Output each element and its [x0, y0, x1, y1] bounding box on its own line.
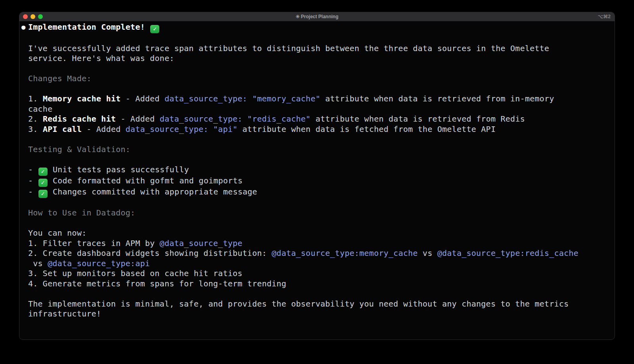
text-span: infrastructure! — [28, 309, 101, 318]
terminal-line — [28, 134, 607, 145]
text-span — [145, 22, 150, 32]
terminal-line: 4. Generate metrics from spans for long-… — [28, 279, 607, 289]
text-span: service. Here's what was done: — [28, 53, 174, 63]
terminal-line: Testing & Validation: — [28, 145, 607, 155]
text-span: 3. Set up monitors based on cache hit ra… — [28, 269, 243, 278]
terminal-line: The implementation is minimal, safe, and… — [28, 299, 607, 309]
text-span: cache — [28, 104, 52, 114]
terminal-line — [28, 289, 607, 299]
terminal-line: service. Here's what was done: — [28, 53, 607, 64]
check-icon: ✓ — [38, 168, 48, 176]
zoom-button[interactable] — [38, 14, 43, 19]
code-span: @data_source_type:api — [48, 259, 150, 268]
text-span: attribute when data is retrieved from Re… — [311, 114, 525, 124]
check-icon: ✓ — [38, 179, 48, 187]
titlebar[interactable]: ✳ Project Planning ⌥⌘2 — [19, 12, 615, 21]
check-icon: ✓ — [38, 190, 48, 198]
minimize-button[interactable] — [31, 14, 35, 19]
text-span: 1. — [28, 94, 43, 103]
terminal-line — [28, 84, 607, 94]
terminal-line: I've successfully added trace span attri… — [28, 44, 607, 54]
text-span: - Added — [121, 94, 165, 103]
terminal-line — [28, 33, 607, 44]
text-span: API call — [43, 124, 82, 134]
text-span: You can now: — [28, 228, 87, 238]
code-span: data_source_type: "api" — [126, 124, 238, 134]
text-span: Testing & Validation: — [28, 145, 130, 154]
close-button[interactable] — [23, 14, 28, 19]
code-span: @data_source_type:memory_cache — [272, 248, 418, 258]
text-span: 2. — [28, 114, 43, 124]
text-span: - — [28, 187, 38, 196]
desktop: { "window": { "title": "✳ Project Planni… — [0, 0, 634, 364]
text-span: The implementation is minimal, safe, and… — [28, 299, 569, 309]
text-span: 2. Create dashboard widgets showing dist… — [28, 248, 272, 258]
text-span: - Added — [82, 124, 126, 134]
code-span: data_source_type: "memory_cache" — [164, 94, 320, 103]
code-span: @data_source_type:redis_cache — [437, 248, 578, 258]
terminal-line: How to Use in Datadog: — [28, 208, 607, 218]
terminal-line: vs @data_source_type:api — [28, 259, 607, 269]
terminal-line: You can now: — [28, 228, 607, 238]
text-span: vs — [28, 259, 48, 268]
text-span: vs — [418, 248, 437, 258]
text-span: Changes Made: — [28, 74, 92, 83]
text-span: - — [28, 176, 38, 185]
text-span: Code formatted with gofmt and goimports — [48, 176, 243, 185]
terminal-line: Changes Made: — [28, 74, 607, 84]
terminal-line — [28, 154, 607, 165]
terminal-line: 1. Memory cache hit - Added data_source_… — [28, 94, 607, 104]
terminal-line: 3. Set up monitors based on cache hit ra… — [28, 269, 607, 279]
terminal-line — [28, 64, 607, 74]
text-span: Implementation Complete! — [28, 22, 145, 32]
check-icon: ✓ — [150, 25, 159, 33]
text-span: attribute when data is retrieved from in… — [320, 94, 554, 103]
code-span: @data_source_type — [160, 238, 243, 248]
window-title: ✳ Project Planning — [19, 14, 615, 19]
terminal-line: 3. API call - Added data_source_type: "a… — [28, 124, 607, 135]
assistant-bullet-icon: ● — [21, 22, 26, 32]
text-span: 4. Generate metrics from spans for long-… — [28, 279, 286, 288]
terminal-line: ●Implementation Complete! ✓ — [28, 22, 607, 33]
terminal-line: cache — [28, 104, 607, 114]
code-span: data_source_type: "redis_cache" — [160, 114, 311, 124]
terminal-line: infrastructure! — [28, 309, 607, 319]
terminal-line: 2. Redis cache hit - Added data_source_t… — [28, 114, 607, 124]
terminal-window: ✳ Project Planning ⌥⌘2 ●Implementation C… — [19, 12, 615, 340]
text-span: Memory cache hit — [43, 94, 121, 103]
text-span: I've successfully added trace span attri… — [28, 44, 549, 53]
text-span: attribute when data is fetched from the … — [238, 124, 496, 134]
text-span: Unit tests pass successfully — [48, 165, 189, 174]
text-span: Changes committed with appropriate messa… — [48, 187, 258, 196]
text-span: 3. — [28, 124, 43, 134]
terminal-line: 1. Filter traces in APM by @data_source_… — [28, 238, 607, 249]
text-span: Redis cache hit — [43, 114, 116, 124]
text-span: - Added — [116, 114, 160, 124]
terminal-output[interactable]: ●Implementation Complete! ✓ I've success… — [19, 21, 615, 339]
text-span: - — [28, 165, 38, 174]
terminal-line: - ✓ Unit tests pass successfully — [28, 165, 607, 176]
text-span: 1. Filter traces in APM by — [28, 238, 160, 248]
text-span: How to Use in Datadog: — [28, 208, 135, 217]
terminal-line: - ✓ Changes committed with appropriate m… — [28, 187, 607, 198]
terminal-line — [28, 218, 607, 229]
terminal-line: 2. Create dashboard widgets showing dist… — [28, 248, 607, 259]
terminal-line: - ✓ Code formatted with gofmt and goimpo… — [28, 176, 607, 187]
window-shortcut-hint: ⌥⌘2 — [598, 14, 611, 19]
terminal-line — [28, 198, 607, 208]
traffic-lights — [19, 14, 43, 19]
